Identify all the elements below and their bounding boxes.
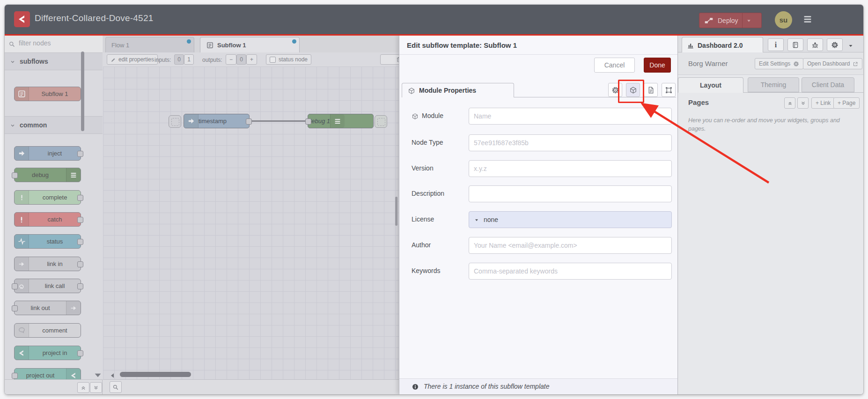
palette-section-common[interactable]: common: [5, 116, 103, 134]
inputs-label: inputs:: [154, 57, 171, 63]
tab-dashboard-2-0[interactable]: Dashboard 2.0: [682, 37, 763, 53]
canvas-node-timestamp[interactable]: timestamp: [184, 114, 250, 128]
add-link-button[interactable]: + Link: [811, 97, 835, 109]
wire[interactable]: [252, 120, 305, 122]
form-row-module: Module: [399, 108, 677, 125]
node-port: [77, 239, 83, 245]
field-label: Author: [412, 241, 431, 249]
edit-settings-button[interactable]: Edit Settings: [755, 58, 803, 69]
debug-tab-button[interactable]: [807, 38, 823, 51]
palette-node-project-in[interactable]: project in: [14, 346, 81, 360]
palette-node-catch[interactable]: catch: [14, 212, 81, 227]
external-link-icon: [853, 60, 858, 67]
filter-nodes-input[interactable]: [18, 39, 95, 47]
unsaved-changes-dot: [187, 39, 191, 44]
palette-node-complete[interactable]: complete: [14, 190, 81, 205]
field-label: Description: [412, 190, 444, 197]
node-type-input[interactable]: [469, 134, 672, 151]
config-tab-button[interactable]: [827, 38, 843, 51]
node-port: [77, 217, 83, 223]
cancel-button[interactable]: Cancel: [594, 58, 635, 73]
node-port: [77, 151, 83, 157]
palette-node-status[interactable]: status: [14, 234, 81, 249]
node-port: [12, 305, 18, 311]
keywords-input[interactable]: [469, 263, 672, 280]
palette-node-inject[interactable]: inject: [14, 146, 81, 161]
form-row-license: License none: [399, 211, 677, 228]
tab-layout[interactable]: Layout: [678, 77, 743, 93]
palette-node-subflow-1[interactable]: Subflow 1: [14, 87, 81, 101]
edit-properties-button[interactable]: edit properties: [107, 54, 158, 65]
palette-section-subflows[interactable]: subflows: [5, 52, 103, 70]
outputs-value: 0: [236, 54, 246, 65]
screenshot-stage: Different-Collared-Dove-4521 Deploy su s…: [0, 0, 868, 399]
add-page-button[interactable]: + Page: [833, 97, 860, 109]
form-row-keywords: Keywords: [399, 263, 677, 280]
tab-subflow-1[interactable]: Subflow 1: [200, 37, 300, 53]
module-input[interactable]: [469, 108, 672, 125]
help-tab-button[interactable]: [787, 38, 803, 51]
debug-icon: [66, 168, 81, 182]
complete-icon: [15, 191, 29, 204]
tab-label: Flow 1: [111, 42, 129, 49]
form-row-author: Author: [399, 237, 677, 254]
palette-node-link-out[interactable]: link out: [14, 301, 81, 315]
chevron-down-icon: [9, 121, 16, 129]
tab-client-data[interactable]: Client Data: [802, 77, 854, 92]
gear-icon: [793, 60, 799, 67]
appearance-tab-button[interactable]: [662, 83, 676, 97]
deploy-caret-icon[interactable]: [746, 17, 752, 24]
search-icon: [8, 40, 15, 48]
flow-canvas[interactable]: timestamp debug 1: [103, 66, 399, 379]
input-port[interactable]: [305, 118, 311, 125]
outputs-plus-button[interactable]: +: [246, 54, 257, 65]
done-button[interactable]: Done: [644, 58, 671, 73]
instance-count-text: There is 1 instance of this subflow temp…: [424, 383, 549, 390]
form-row-node-type: Node Type: [399, 134, 677, 151]
version-input[interactable]: [469, 160, 672, 177]
subflow-output-stub[interactable]: [375, 115, 387, 128]
move-down-button[interactable]: [797, 97, 809, 109]
palette-scrollbar[interactable]: [81, 52, 84, 131]
collapse-all-button[interactable]: [77, 382, 89, 393]
debug-icon: [330, 114, 345, 128]
expand-all-button[interactable]: [90, 382, 102, 393]
caret-down-icon[interactable]: [847, 41, 854, 50]
inputs-1-button[interactable]: 1: [184, 54, 194, 65]
horizontal-scrollbar[interactable]: [120, 372, 191, 377]
tab-theming[interactable]: Theming: [748, 77, 799, 92]
palette-node-comment[interactable]: comment: [14, 323, 81, 338]
license-select[interactable]: none: [469, 211, 672, 228]
dashboard-project-row: Borg Warner Edit Settings Open Dashboard: [678, 52, 863, 75]
subflow-input-stub[interactable]: [169, 115, 181, 128]
canvas-search-button[interactable]: [110, 381, 122, 393]
palette-node-debug[interactable]: debug: [14, 168, 81, 182]
palette-scroll-down-icon[interactable]: [93, 370, 103, 380]
description-tab-button[interactable]: [644, 83, 658, 97]
palette-node-link-call[interactable]: link call: [14, 279, 81, 293]
palette-node-link-in[interactable]: link in: [14, 257, 81, 271]
field-label: Module: [412, 112, 443, 120]
deploy-button[interactable]: Deploy: [699, 13, 762, 28]
user-avatar[interactable]: su: [775, 11, 792, 29]
open-dashboard-button[interactable]: Open Dashboard: [803, 58, 862, 69]
author-input[interactable]: [469, 237, 672, 254]
inputs-0-button[interactable]: 0: [174, 54, 184, 65]
tab-label: Dashboard 2.0: [698, 42, 743, 49]
page-title: Different-Collared-Dove-4521: [35, 13, 153, 23]
main-menu-button[interactable]: [802, 14, 814, 24]
scroll-left-icon[interactable]: [109, 371, 117, 379]
deploy-label: Deploy: [718, 17, 738, 24]
output-port[interactable]: [246, 118, 252, 125]
license-value: none: [484, 216, 498, 223]
info-tab-button[interactable]: i: [768, 38, 784, 51]
tab-module-properties[interactable]: Module Properties: [402, 83, 514, 97]
move-up-button[interactable]: [784, 97, 795, 109]
tab-row-divider: [514, 97, 676, 97]
vertical-scrollbar[interactable]: [395, 197, 397, 226]
description-input[interactable]: [469, 185, 672, 202]
outputs-minus-button[interactable]: −: [226, 54, 236, 65]
tab-flow-1[interactable]: Flow 1: [105, 37, 194, 52]
canvas-node-debug-1[interactable]: debug 1: [308, 114, 374, 128]
status-node-toggle[interactable]: status node: [266, 54, 311, 65]
